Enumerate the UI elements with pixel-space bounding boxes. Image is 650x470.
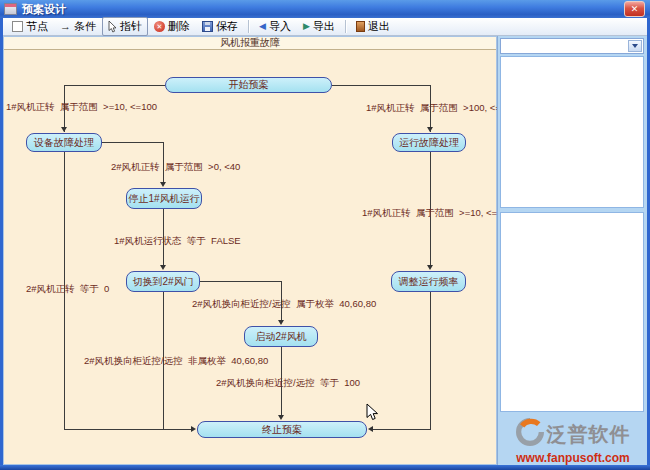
toolbar-button-label: 保存 [216,19,238,34]
vendor-name: 泛普软件 [547,421,631,448]
flow-node-start-fan2[interactable]: 启动2#风机 [244,326,318,347]
title-bar: 预案设计 ✕ [0,0,650,18]
delete-icon: ✕ [154,21,165,32]
toolbar-button-exit[interactable]: 退出 [350,17,396,36]
flow-node-adjust-frequency[interactable]: 调整运行频率 [391,271,466,292]
node-list-panel[interactable] [500,56,644,208]
connector-arrow [427,127,433,132]
toolbar-button-save[interactable]: 保存 [196,17,244,36]
toolbar-button-condition[interactable]: → 条件 [54,17,102,36]
arrow-right-icon: → [60,21,71,32]
vendor-url: www.fanpusoft.com [498,451,648,465]
toolbar-button-label: 导出 [313,19,335,34]
flow-node-switch-damper2[interactable]: 切换到2#风门 [126,271,200,292]
condition-list-panel[interactable] [500,212,644,412]
toolbar-button-label: 导入 [269,19,291,34]
close-button[interactable]: ✕ [624,1,645,17]
condition-label[interactable]: 2#风机换向柜近控/远控 等于 100 [216,377,360,390]
flow-node-start[interactable]: 开始预案 [165,77,332,93]
chevron-down-icon [632,44,638,48]
connector-line [373,429,431,430]
flowchart-canvas[interactable]: 风机报重故障 1#风机正转 属于范围 >=10, <=100 1#风机正转 属于… [3,36,497,465]
connector-arrow [427,265,433,270]
connector-arrow [278,320,284,325]
save-icon [202,21,213,32]
toolbar-button-node[interactable]: 节点 [6,17,54,36]
connector-line [102,142,164,143]
vendor-logo: 泛普软件 www.fanpusoft.com [498,418,648,465]
connector-line [430,292,431,429]
toolbar-separator [248,20,249,33]
app-icon [4,3,17,15]
condition-label[interactable]: 1#风机正转 属于范围 >=10, <=100 [6,101,157,114]
connector-line [332,85,431,86]
condition-label[interactable]: 2#风机正转 属于范围 >0, <40 [111,161,240,174]
condition-label[interactable]: 2#风机换向柜近控/远控 非属枚举 40,60,80 [84,355,268,368]
condition-label[interactable]: 1#风机正转 属于范围 >100, <=400 [366,102,517,115]
cursor-icon [108,21,117,33]
flow-node-device-fault[interactable]: 设备故障处理 [26,133,102,152]
connector-line [200,281,282,282]
toolbar: 节点 → 条件 指针 ✕ 删除 保存 ◀ 导入 ▶ 导出 退出 [3,18,647,36]
mouse-cursor [366,403,379,426]
connector-arrow [61,127,67,132]
window-title: 预案设计 [22,2,624,17]
connector-arrow [278,415,284,420]
exit-icon [356,21,365,32]
condition-label[interactable]: 2#风机换向柜近控/远控 属于枚举 40,60,80 [192,298,376,311]
right-panel: 泛普软件 www.fanpusoft.com [497,36,647,465]
flow-node-end[interactable]: 终止预案 [197,421,367,438]
flow-node-stop-fan1[interactable]: 停止1#风机运行 [126,188,202,209]
connector-line [64,85,165,86]
node-square-icon [12,21,23,32]
toolbar-button-delete[interactable]: ✕ 删除 [148,17,196,36]
flowchart-title: 风机报重故障 [4,37,496,50]
condition-label[interactable]: 2#风机正转 等于 0 [26,283,109,296]
connector-arrow [368,426,373,432]
window-bottom-border [0,465,650,470]
toolbar-button-pointer[interactable]: 指针 [102,17,148,36]
toolbar-button-label: 节点 [26,19,48,34]
import-icon: ◀ [259,22,266,31]
vendor-logo-icon [516,418,544,450]
condition-label[interactable]: 1#风机运行状态 等于 FALSE [114,235,241,248]
condition-label[interactable]: 1#风机正转 属于范围 >=10, <=100 [362,207,513,220]
flow-node-run-fault[interactable]: 运行故障处理 [392,133,466,152]
toolbar-button-label: 条件 [74,19,96,34]
toolbar-button-label: 退出 [368,19,390,34]
toolbar-button-import[interactable]: ◀ 导入 [253,17,297,36]
connector-arrow [160,265,166,270]
toolbar-button-export[interactable]: ▶ 导出 [297,17,341,36]
toolbar-separator [345,20,346,33]
connector-arrow [160,182,166,187]
connector-line [64,429,192,430]
export-icon: ▶ [303,22,310,31]
type-dropdown[interactable] [500,38,644,54]
toolbar-button-label: 指针 [120,19,142,34]
dropdown-button[interactable] [628,40,642,52]
connector-arrow [191,426,196,432]
toolbar-button-label: 删除 [168,19,190,34]
